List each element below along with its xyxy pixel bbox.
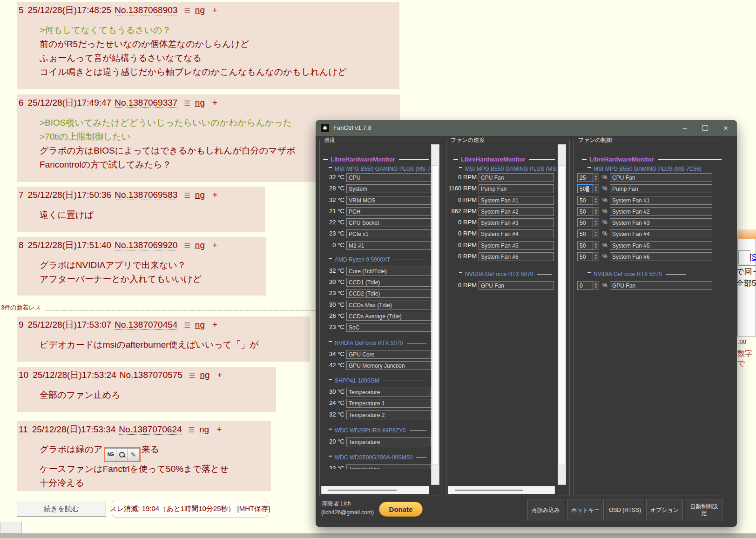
device-header[interactable]: NVIDIA GeForce RTX 5070 [587, 271, 686, 277]
device-header[interactable]: MSI MPG B550 GAMING PLUS (MS-7C56) [329, 166, 429, 172]
monitor-header[interactable]: LibreHardwareMonitor [453, 156, 555, 163]
spinner-arrows[interactable]: ▲▼ [593, 252, 599, 261]
sensor-name-field[interactable]: PCIe x1 [346, 229, 431, 238]
fan-speed-scrollbar-vertical[interactable] [558, 144, 566, 485]
fan-percent-input[interactable]: 25 [577, 173, 593, 182]
post-menu-icon[interactable]: ☰ [184, 7, 190, 14]
mht-save-link[interactable]: [MHT保存] [237, 504, 270, 513]
collapse-icon[interactable] [587, 167, 591, 168]
post-ng-link[interactable]: ng [195, 320, 205, 330]
fan-name-field[interactable]: System Fan #6 [479, 252, 554, 261]
fan-name-field[interactable]: GPU Fan [610, 281, 712, 290]
sensor-name-field[interactable]: CPU [346, 173, 431, 182]
device-header[interactable]: WDC WD20PURX-64P6ZY0 [329, 427, 426, 434]
ng-button[interactable]: NG [105, 448, 116, 461]
zoom-button[interactable] [116, 448, 128, 461]
fan-name-field[interactable]: System Fan #6 [610, 252, 712, 261]
post-ng-link[interactable]: ng [195, 98, 205, 108]
collapse-icon[interactable] [329, 456, 332, 457]
collapse-icon[interactable] [323, 159, 328, 160]
post-menu-icon[interactable]: ☰ [189, 426, 195, 434]
maximize-button[interactable] [699, 123, 711, 133]
post-menu-icon[interactable]: ☰ [189, 371, 195, 379]
temperature-scrollbar-vertical[interactable] [431, 144, 439, 485]
sensor-name-field[interactable]: Temperature [346, 464, 431, 469]
sensor-name-field[interactable]: Temperature [346, 388, 431, 397]
sensor-name-field[interactable]: M2 #1 [346, 241, 431, 250]
post-menu-icon[interactable]: ☰ [184, 242, 190, 249]
device-header[interactable]: MSI MPG B550 GAMING PLUS (MS-7C56) [459, 166, 556, 172]
sensor-name-field[interactable]: GPU Core [346, 350, 431, 359]
fan-percent-input[interactable]: 50 [577, 196, 593, 205]
spinner-arrows[interactable]: ▲▼ [593, 207, 599, 216]
spinner-arrows[interactable]: ▲▼ [593, 229, 599, 238]
spinner-arrows[interactable]: ▲▼ [593, 241, 599, 250]
post-menu-icon[interactable]: ☰ [184, 99, 190, 107]
monitor-header[interactable]: LibreHardwareMonitor [323, 156, 429, 163]
spinner-arrows[interactable]: ▲▼ [593, 281, 599, 290]
collapse-icon[interactable] [582, 159, 587, 160]
post-plus-link[interactable]: + [212, 240, 217, 250]
fan-percent-input[interactable]: 50 [577, 241, 593, 250]
fan-percent-input[interactable]: 50 [577, 218, 593, 227]
post-no-link[interactable]: No.1387069337 [115, 98, 177, 108]
fan-percent-input[interactable]: 0 [577, 281, 593, 290]
monitor-header[interactable]: LibreHardwareMonitor [582, 156, 722, 163]
fan-percent-input[interactable]: 50 [577, 184, 593, 193]
fan-name-field[interactable]: System Fan #2 [610, 207, 712, 216]
reply-submit-link[interactable]: [S [749, 253, 756, 262]
sensor-name-field[interactable]: Temperature 1 [346, 399, 431, 408]
post-ng-link[interactable]: ng [195, 240, 205, 250]
collapse-icon[interactable] [587, 272, 591, 273]
temperature-scrollbar-horizontal[interactable] [321, 486, 429, 494]
spinner-arrows[interactable]: ▲▼ [593, 218, 599, 227]
fan-name-field[interactable]: System Fan #3 [479, 218, 554, 227]
sensor-name-field[interactable]: GPU Memory Junction [346, 361, 431, 370]
read-more-button[interactable]: 続きを読む [17, 501, 106, 517]
donate-button[interactable]: Donate [379, 502, 423, 517]
reply-textarea[interactable]: で回っ 全部50 [737, 265, 756, 335]
fan-name-field[interactable]: System Fan #3 [610, 218, 712, 227]
close-button[interactable]: ✕ [720, 123, 732, 133]
sensor-name-field[interactable]: SoC [346, 323, 431, 332]
post-no-link[interactable]: No.1387070454 [115, 320, 177, 330]
sensor-name-field[interactable]: VRM MOS [346, 196, 431, 205]
spinner-arrows[interactable]: ▲▼ [593, 184, 599, 193]
spinner-arrows[interactable]: ▲▼ [593, 173, 599, 182]
fan-name-field[interactable]: Pump Fan [479, 184, 554, 193]
post-ng-link[interactable]: ng [200, 370, 209, 380]
sensor-name-field[interactable]: PCH [346, 207, 431, 216]
fan-percent-input[interactable]: 50 [577, 252, 593, 261]
post-plus-link[interactable]: + [212, 5, 217, 15]
device-header[interactable]: NVIDIA GeForce RTX 5070 [459, 271, 552, 277]
post-menu-icon[interactable]: ☰ [184, 191, 190, 199]
sensor-name-field[interactable]: CCD2 (Tdie) [346, 289, 431, 298]
fan-percent-input[interactable]: 50 [577, 229, 593, 238]
fan-name-field[interactable]: System Fan #1 [610, 196, 712, 205]
hotkey-button[interactable]: ホットキー [567, 499, 604, 521]
sensor-name-field[interactable]: CCD1 (Tdie) [346, 278, 431, 287]
collapse-icon[interactable] [459, 167, 462, 168]
collapse-icon[interactable] [329, 167, 332, 168]
collapse-icon[interactable] [329, 258, 332, 259]
fan-name-field[interactable]: Pump Fan [610, 184, 712, 193]
sensor-name-field[interactable]: CCDs Max (Tdie) [346, 301, 431, 309]
post-no-link[interactable]: No.1387068903 [115, 5, 177, 15]
fan-name-field[interactable]: System Fan #5 [610, 241, 712, 250]
reload-button[interactable]: 再読み込み [527, 499, 564, 521]
fan-name-field[interactable]: System Fan #5 [479, 241, 554, 250]
device-header[interactable]: SHPP41-1000GM [329, 377, 426, 384]
collapse-icon[interactable] [329, 379, 332, 380]
fan-percent-input[interactable]: 50 [577, 207, 593, 216]
fan-name-field[interactable]: System Fan #2 [479, 207, 554, 216]
post-plus-link[interactable]: + [217, 370, 223, 380]
post-no-link[interactable]: No.1387070575 [120, 370, 182, 380]
fan-speed-scrollbar-horizontal[interactable] [448, 486, 555, 494]
sensor-name-field[interactable]: CCDs Average (Tdie) [346, 312, 431, 321]
device-header[interactable]: MSI MPG B550 GAMING PLUS (MS-7C56) [587, 166, 722, 172]
fan-name-field[interactable]: GPU Fan [479, 281, 554, 290]
reply-name-input[interactable] [738, 250, 750, 264]
options-button[interactable]: オプション [646, 499, 683, 521]
sensor-name-field[interactable]: CPU Socket [346, 218, 431, 227]
collapse-icon[interactable] [459, 272, 462, 273]
